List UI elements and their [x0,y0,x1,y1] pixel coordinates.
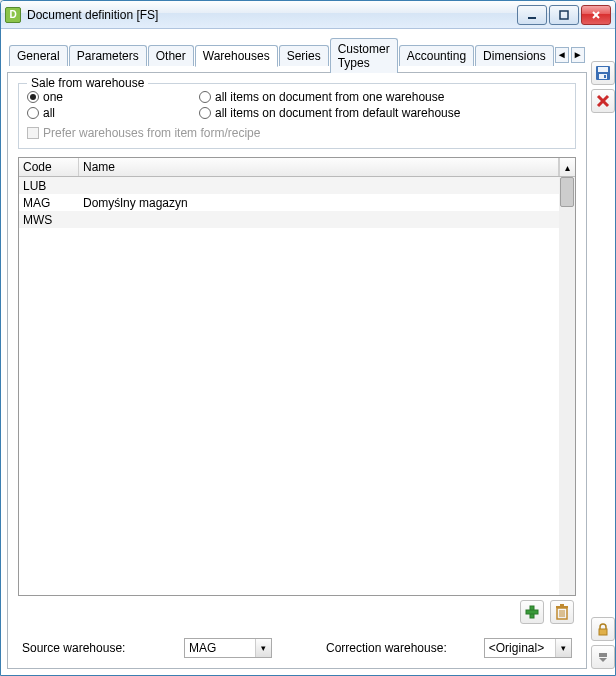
sale-from-warehouse-group: Sale from warehouse one all [18,83,576,149]
table-row[interactable]: MAG Domyślny magazyn [19,194,575,211]
tab-series[interactable]: Series [279,45,329,66]
tab-scroll-left[interactable]: ◄ [555,47,569,63]
column-header-name[interactable]: Name [79,158,559,176]
scroll-thumb[interactable] [560,177,574,207]
radio-all-from-one-label: all items on document from one warehouse [215,90,444,104]
save-button[interactable] [591,61,615,85]
radio-all[interactable]: all [27,106,197,120]
svg-rect-15 [604,75,606,78]
cell-code: MWS [19,213,79,227]
grid-scrollbar[interactable] [559,177,575,595]
tab-dimensions[interactable]: Dimensions [475,45,554,66]
source-warehouse-label: Source warehouse: [22,641,172,655]
source-warehouse-value: MAG [185,639,255,657]
grid-actions [18,596,576,628]
trash-icon [555,604,569,620]
chevron-down-icon [597,651,609,663]
svg-rect-11 [560,604,564,606]
radio-all-from-one-circle [199,91,211,103]
floppy-icon [595,65,611,81]
groupbox-legend: Sale from warehouse [27,76,148,90]
chevron-down-icon: ▾ [555,639,571,657]
cell-code: LUB [19,179,79,193]
tab-panel: Sale from warehouse one all [7,73,587,669]
radio-all-from-one[interactable]: all items on document from one warehouse [199,90,460,104]
prefer-warehouses-label: Prefer warehouses from item form/recipe [43,126,260,140]
cell-name: Domyślny magazyn [79,196,575,210]
svg-rect-10 [556,606,568,608]
column-header-code[interactable]: Code [19,158,79,176]
radio-all-from-default-circle [199,107,211,119]
svg-rect-5 [526,610,538,614]
tab-nav: ◄ ► [555,47,587,63]
prefer-warehouses-checkbox: Prefer warehouses from item form/recipe [27,126,567,140]
menu-dropdown-button[interactable] [591,645,615,669]
svg-marker-20 [599,658,607,662]
svg-rect-18 [599,629,607,635]
radio-one[interactable]: one [27,90,197,104]
lock-icon [596,622,610,636]
lock-button[interactable] [591,617,615,641]
radio-one-circle [27,91,39,103]
titlebar: D Document definition [FS] [1,1,615,29]
window-controls [517,5,611,25]
correction-warehouse-value: <Original> [485,639,555,657]
window: D Document definition [FS] General Param… [0,0,616,676]
main-column: General Parameters Other Warehouses Seri… [7,35,587,669]
radio-all-from-default-label: all items on document from default wareh… [215,106,460,120]
tab-accounting[interactable]: Accounting [399,45,474,66]
tab-parameters[interactable]: Parameters [69,45,147,66]
tab-warehouses[interactable]: Warehouses [195,45,278,67]
close-button[interactable] [581,5,611,25]
correction-warehouse-select[interactable]: <Original> ▾ [484,638,572,658]
radio-all-label: all [43,106,55,120]
checkbox-icon [27,127,39,139]
svg-rect-1 [560,11,568,19]
table-row[interactable]: LUB [19,177,575,194]
delete-button[interactable] [550,600,574,624]
source-warehouse-select[interactable]: MAG ▾ [184,638,272,658]
radio-all-from-default[interactable]: all items on document from default wareh… [199,106,460,120]
tabstrip: General Parameters Other Warehouses Seri… [7,35,587,73]
tab-scroll-right[interactable]: ► [571,47,585,63]
plus-icon [524,604,540,620]
minimize-button[interactable] [517,5,547,25]
scroll-up-icon[interactable]: ▴ [559,158,575,176]
svg-rect-13 [598,67,608,72]
cell-code: MAG [19,196,79,210]
chevron-down-icon: ▾ [255,639,271,657]
grid-body: LUB MAG Domyślny magazyn MWS [19,177,575,595]
maximize-button[interactable] [549,5,579,25]
app-icon: D [5,7,21,23]
tab-other[interactable]: Other [148,45,194,66]
radio-all-circle [27,107,39,119]
tab-customer-types[interactable]: Customer Types [330,38,398,73]
form-row: Source warehouse: MAG ▾ Correction wareh… [18,628,576,658]
window-body: General Parameters Other Warehouses Seri… [1,29,615,675]
warehouse-grid: Code Name ▴ LUB MAG Domyślny magazyn [18,157,576,596]
radio-one-label: one [43,90,63,104]
side-toolbar [591,35,615,669]
cancel-button[interactable] [591,89,615,113]
tab-general[interactable]: General [9,45,68,66]
x-icon [596,94,610,108]
grid-header: Code Name ▴ [19,158,575,177]
table-row[interactable]: MWS [19,211,575,228]
svg-rect-19 [599,653,607,657]
window-title: Document definition [FS] [27,8,517,22]
add-button[interactable] [520,600,544,624]
correction-warehouse-label: Correction warehouse: [326,641,447,655]
